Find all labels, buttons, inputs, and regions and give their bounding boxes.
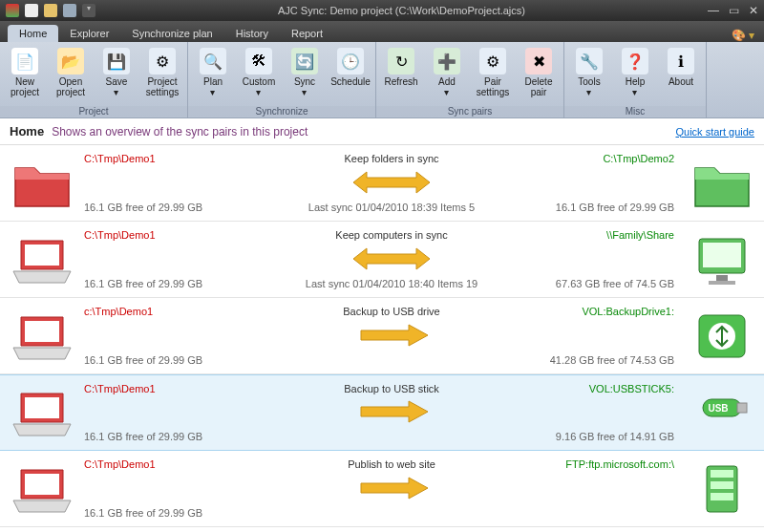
sync-pair-row[interactable]: C:\Tmp\Demo1 16.1 GB free of 29.99 GB Pu… — [0, 451, 764, 527]
right-free-space: 67.63 GB free of 74.5 GB — [556, 278, 674, 289]
add-button[interactable]: ➕Add▾ — [424, 46, 470, 104]
sync-mode: Backup to USB drive — [343, 306, 440, 317]
schedule-button[interactable]: 🕒Schedule — [328, 46, 373, 104]
new-project-label: Newproject — [11, 76, 39, 97]
pair-settings-icon: ⚙ — [479, 48, 506, 74]
left-path: c:\Tmp\Demo1 — [84, 306, 275, 317]
sync-direction-icon — [353, 399, 430, 426]
pair-settings-button[interactable]: ⚙Pairsettings — [470, 46, 516, 104]
qat-open-icon[interactable] — [44, 4, 57, 17]
page-description: Shows an overview of the sync pairs in t… — [52, 125, 308, 138]
project-settings-label: Projectsettings — [146, 76, 179, 97]
quick-start-guide-link[interactable]: Quick start guide — [675, 126, 754, 138]
plan-button[interactable]: 🔍Plan▾ — [190, 46, 236, 104]
open-project-label: Openproject — [56, 76, 85, 97]
pair-settings-label: Pairsettings — [477, 76, 509, 97]
help-label: Help▾ — [626, 76, 646, 97]
sync-pair-row[interactable]: C:\Tmp\Demo1 16.1 GB free of 29.99 GB Ke… — [0, 145, 764, 222]
ribbon-group-sync-pairs: ↻Refresh➕Add▾⚙Pairsettings✖DeletepairSyn… — [376, 42, 564, 117]
tools-button[interactable]: 🔧Tools▾ — [566, 46, 612, 104]
custom-label: Custom▾ — [243, 76, 275, 97]
ribbon-group-synchronize: 🔍Plan▾🛠Custom▾🔄Sync▾🕒ScheduleSynchronize — [188, 42, 376, 117]
custom-icon: 🛠 — [245, 48, 272, 74]
schedule-label: Schedule — [330, 76, 371, 87]
maximize-button[interactable]: ▭ — [729, 4, 739, 17]
sync-pair-row[interactable]: c:\Tmp\Demo1 16.1 GB free of 29.99 GB Ba… — [0, 298, 764, 374]
about-button[interactable]: ℹAbout — [658, 46, 704, 104]
sync-direction-icon — [353, 323, 430, 350]
ribbon-group-label: Sync pairs — [376, 106, 563, 117]
delete-pair-button[interactable]: ✖Deletepair — [516, 46, 562, 104]
sync-mode: Publish to web site — [348, 458, 435, 470]
right-path: C:\Tmp\Demo2 — [603, 153, 674, 164]
qat-save-icon[interactable] — [63, 4, 76, 17]
ribbon-group-label: Project — [0, 106, 187, 117]
new-project-icon: 📄 — [11, 48, 38, 74]
tab-history[interactable]: History — [224, 25, 280, 42]
right-path: FTP:ftp.microsoft.com:\ — [565, 458, 674, 470]
tab-report[interactable]: Report — [280, 25, 334, 42]
close-button[interactable]: ✕ — [749, 4, 758, 17]
left-device-icon — [0, 145, 84, 221]
custom-button[interactable]: 🛠Custom▾ — [236, 46, 282, 104]
tools-label: Tools▾ — [578, 76, 600, 97]
right-free-space: 16.1 GB free of 29.99 GB — [556, 202, 674, 213]
ribbon-group-label: Synchronize — [188, 106, 375, 117]
plan-icon: 🔍 — [200, 48, 226, 74]
right-device-icon — [680, 451, 764, 526]
about-label: About — [668, 76, 693, 87]
left-free-space: 16.1 GB free of 29.99 GB — [84, 278, 275, 289]
project-settings-icon: ⚙ — [149, 48, 176, 74]
right-free-space: 41.28 GB free of 74.53 GB — [550, 354, 674, 366]
left-path: C:\Tmp\Demo1 — [84, 458, 275, 470]
refresh-icon: ↻ — [388, 48, 414, 74]
last-sync-info: Last sync 01/04/2010 18:40 Items 19 — [306, 278, 478, 289]
ribbon-group-label: Misc — [564, 106, 706, 117]
new-project-button[interactable]: 📄Newproject — [2, 46, 48, 104]
app-icon — [6, 4, 19, 17]
sync-icon: 🔄 — [291, 48, 318, 74]
left-free-space: 16.1 GB free of 29.99 GB — [84, 431, 275, 442]
sync-pair-row[interactable]: C:\Tmp\Demo1 16.1 GB free of 29.99 GB Ba… — [0, 374, 764, 451]
left-free-space: 16.1 GB free of 29.99 GB — [84, 202, 275, 213]
refresh-button[interactable]: ↻Refresh — [378, 46, 424, 104]
left-path: C:\Tmp\Demo1 — [84, 153, 275, 164]
style-icon[interactable]: 🎨 ▾ — [732, 29, 764, 42]
tools-icon: 🔧 — [576, 48, 603, 74]
sync-mode: Keep computers in sync — [335, 229, 447, 241]
help-button[interactable]: ❓Help▾ — [612, 46, 658, 104]
right-path: VOL:USBSTICK5: — [589, 383, 674, 394]
left-device-icon — [0, 451, 84, 526]
minimize-button[interactable]: — — [708, 4, 719, 17]
titlebar: ▾ AJC Sync: Demo project (C:\Work\DemoPr… — [0, 0, 764, 21]
refresh-label: Refresh — [384, 76, 417, 87]
right-free-space: 9.16 GB free of 14.91 GB — [556, 431, 674, 442]
project-settings-button[interactable]: ⚙Projectsettings — [139, 46, 185, 104]
sync-mode: Keep folders in sync — [344, 153, 438, 164]
open-project-button[interactable]: 📂Openproject — [48, 46, 94, 104]
ribbon: 📄Newproject📂Openproject💾Save▾⚙Projectset… — [0, 42, 764, 118]
schedule-icon: 🕒 — [337, 48, 364, 74]
right-device-icon — [680, 375, 764, 450]
tab-synchronize-plan[interactable]: Synchronize plan — [120, 25, 223, 42]
right-device-icon — [680, 222, 764, 297]
left-free-space: 16.1 GB free of 29.99 GB — [84, 354, 275, 366]
sync-pair-row[interactable]: C:\Tmp\Demo1 16.1 GB free of 29.99 GB Ke… — [0, 222, 764, 298]
qat-new-icon[interactable] — [25, 4, 38, 17]
open-project-icon: 📂 — [57, 48, 84, 74]
left-device-icon — [0, 375, 84, 450]
save-button[interactable]: 💾Save▾ — [94, 46, 139, 104]
sync-pairs-list: C:\Tmp\Demo1 16.1 GB free of 29.99 GB Ke… — [0, 145, 764, 532]
tab-explorer[interactable]: Explorer — [58, 25, 120, 42]
sync-direction-icon — [353, 170, 430, 197]
quick-access-toolbar: ▾ — [6, 4, 96, 17]
qat-dropdown-icon[interactable]: ▾ — [82, 4, 96, 17]
left-path: C:\Tmp\Demo1 — [84, 383, 275, 394]
window-title: AJC Sync: Demo project (C:\Work\DemoProj… — [96, 5, 708, 16]
right-path: \\Family\Share — [606, 229, 674, 241]
tab-home[interactable]: Home — [8, 25, 58, 42]
save-icon: 💾 — [103, 48, 130, 74]
sync-direction-icon — [353, 246, 430, 273]
about-icon: ℹ — [668, 48, 694, 74]
sync-button[interactable]: 🔄Sync▾ — [282, 46, 328, 104]
